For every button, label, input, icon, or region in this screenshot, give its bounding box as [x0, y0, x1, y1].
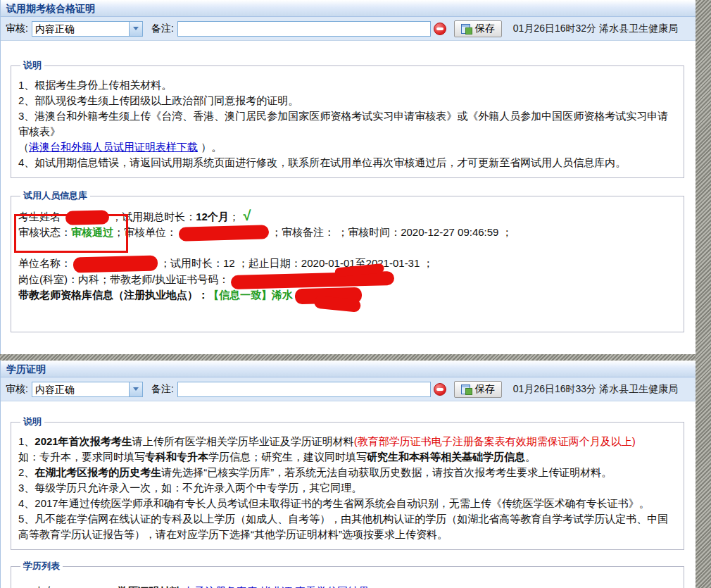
panel-education-certificate: 学历证明 审核: 内容正确 备注: 保存 01月26日16时33分 浠水县卫生健…: [0, 361, 696, 588]
save-button[interactable]: 保存: [454, 20, 502, 37]
check-icon: √: [239, 208, 251, 223]
text-segment: 考生姓名: [18, 211, 63, 223]
redaction-scribble: [231, 271, 394, 289]
text-segment: 请先选择“已核实学历库”，若系统无法自动获取历史数据，请按首次报考考生要求上传证…: [161, 466, 612, 478]
text-segment: 5、凡不能在学信网在线认证的专科及以上学历（如成人、自考等），由其他机构认证的学…: [18, 513, 668, 540]
text-line: 1、根据考生身份上传相关材料。: [18, 77, 677, 93]
text-segment: 审核通过: [71, 226, 113, 238]
text-segment: 2、部队现役考生须上传团级以上政治部门同意报考的证明。: [18, 94, 298, 106]
text-segment: 3、港澳台和外籍考生须上传《台湾、香港、澳门居民参加国家医师资格考试实习申请审核…: [18, 110, 668, 137]
save-icon: [461, 384, 472, 395]
panel-body-probation: 说明 1、根据考生身份上传相关材料。2、部队现役考生须上传团级以上政治部门同意报…: [1, 59, 696, 332]
clear-remark-icon[interactable]: [434, 383, 446, 396]
text-segment: 如：专升本，要求同时填写: [18, 451, 145, 463]
review-timestamp: 01月26日16时33分 浠水县卫生健康局: [513, 383, 678, 396]
text-line: （港澳台和外籍人员试用证明表样下载 ）。: [18, 139, 677, 155]
save-icon: [461, 23, 472, 35]
view-chsi-result-link[interactable]: 查看学信网结果: [295, 585, 369, 588]
text-line: 5、凡不能在学信网在线认证的专科及以上学历（如成人、自考等），由其他机构认证的学…: [18, 511, 677, 542]
panel-header-education: 学历证明: [1, 361, 696, 377]
instructions-fieldset: 说明 1、根据考生身份上传相关材料。2、部队现役考生须上传团级以上政治部门同意报…: [11, 59, 684, 178]
text-segment: ；审核单位：: [113, 226, 177, 238]
panel-title: 试用期考核合格证明: [6, 3, 95, 14]
text-segment: 4、2017年通过传统医学师承和确有专长人员考试但未取得证书的考生省网系统会自动…: [18, 497, 650, 509]
redaction-scribble: [73, 256, 158, 273]
text-line: 如：专升本，要求同时填写专科和专升本学历信息；研究生，建议同时填写研究生和本科等…: [18, 449, 677, 465]
text-line: 考生姓名 ；试用期总时长：12个月； √: [18, 208, 677, 225]
text-segment: 4、如试用期信息错误，请返回试用期系统页面进行修改，联系所在试用单位再次审核通过…: [18, 156, 626, 168]
text-line: 4、2017年通过传统医学师承和确有专长人员考试但未取得证书的考生省网系统会自动…: [18, 496, 677, 511]
save-button[interactable]: 保存: [454, 381, 502, 398]
redaction-scribble: [65, 210, 110, 225]
hmt-foreign-sample-download-link[interactable]: 港澳台和外籍人员试用证明表样下载: [29, 141, 198, 153]
diploma-link[interactable]: 毕业证: [260, 585, 292, 588]
text-line: 2、部队现役考生须上传团级以上政治部门同意报考的证明。: [18, 93, 677, 108]
panel-header-probation: 试用期考核合格证明: [1, 0, 696, 17]
text-line: [18, 240, 677, 256]
instructions-text: 1、2021年首次报考考生请上传所有医学相关学历毕业证及学历证明材料(教育部学历…: [18, 434, 677, 542]
text-segment: 2、: [18, 466, 34, 478]
review-select[interactable]: 内容正确: [32, 21, 143, 37]
panel-probation-certificate: 试用期考核合格证明 审核: 内容正确 备注: 保存 01月26日16时32分 浠…: [0, 0, 696, 354]
text-segment: 在湖北考区报考的历史考生: [34, 466, 161, 478]
text-segment: 研究生和本科等相关基础学历信息: [367, 451, 525, 463]
panel-body-education: 说明 1、2021年首次报考考生请上传所有医学相关学历毕业证及学历证明材料(教育…: [1, 415, 696, 588]
education-list-legend: 学历列表: [20, 560, 63, 573]
certificate-materials: 学历证明材料:电子注册备案表 毕业证 查看学信网结果: [117, 584, 369, 588]
text-segment: 1、根据考生身份上传相关材料。: [18, 79, 172, 91]
text-segment: （: [18, 141, 29, 153]
text-segment: ）。: [198, 141, 222, 153]
text-segment: 学历信息；研究生，建议同时填写: [208, 451, 367, 463]
text-segment: 3、每级学历只允许录入一次，如：不允许录入两个中专学历，其它同理。: [18, 482, 362, 494]
text-line: 1、2021年首次报考考生请上传所有医学相关学历毕业证及学历证明材料(教育部学历…: [18, 434, 677, 449]
review-label: 审核:: [6, 383, 28, 396]
text-segment: 12个月: [196, 211, 229, 223]
text-line: 审核状态：审核通过；审核单位：；审核备注： ；审核时间：2020-12-27 0…: [18, 225, 677, 240]
degree-level: 大专: [34, 584, 117, 588]
save-button-label: 保存: [475, 383, 495, 396]
text-line: 带教老师资格库信息（注册执业地点）：【信息一致】浠水: [18, 287, 677, 304]
chevron-down-icon[interactable]: [129, 382, 142, 396]
text-segment: ；审核备注： ；审核时间：2020-12-27 09:46:59 ；: [271, 226, 512, 238]
remark-input[interactable]: [177, 21, 431, 37]
trainee-info-fieldset: 试用人员信息库 考生姓名 ；试用期总时长：12个月； √审核状态：审核通过；审核…: [11, 189, 684, 332]
text-segment: ；: [229, 211, 239, 223]
text-segment: ；试用期总时长：: [111, 211, 196, 223]
education-list-fieldset: 学历列表 大专 学历证明材料:电子注册备案表 毕业证 查看学信网结果: [11, 560, 684, 588]
remark-label: 备注:: [151, 383, 174, 396]
clear-remark-icon[interactable]: [434, 23, 446, 35]
text-segment: 1、: [18, 435, 34, 447]
text-segment: 学历证明材料:: [117, 585, 184, 588]
panel-title: 学历证明: [6, 363, 46, 375]
text-segment: 。: [525, 451, 536, 463]
remark-input[interactable]: [177, 382, 431, 397]
text-segment: 【信息一致】浠水: [208, 289, 293, 301]
text-segment: 审核状态：: [18, 226, 71, 238]
text-line: 3、港澳台和外籍考生须上传《台湾、香港、澳门居民参加国家医师资格考试实习申请审核…: [18, 108, 677, 139]
toolbar-education: 审核: 内容正确 备注: 保存 01月26日16时33分 浠水县卫生健康局: [1, 377, 696, 401]
redaction-scribble: [179, 225, 269, 241]
text-segment: ；试用时长：12 ；起止日期：2020-01-01至2021-01-31 ；: [160, 257, 433, 269]
hatched-divider: [0, 354, 711, 361]
redaction-scribble: [295, 287, 363, 304]
text-line: 岗位(科室)：内科；带教老师/执业证书号码：: [18, 272, 677, 287]
instructions-fieldset: 说明 1、2021年首次报考考生请上传所有医学相关学历毕业证及学历证明材料(教育…: [11, 415, 684, 550]
toolbar-probation: 审核: 内容正确 备注: 保存 01月26日16时32分 浠水县卫生健康局: [1, 17, 696, 41]
instructions-legend: 说明: [20, 415, 44, 428]
review-label: 审核:: [6, 23, 28, 35]
review-timestamp: 01月26日16时32分 浠水县卫生健康局: [513, 23, 678, 35]
text-segment: 请上传所有医学相关学历毕业证及学历证明材料: [132, 435, 354, 447]
review-select-value: 内容正确: [32, 22, 129, 36]
trainee-info-text: 考生姓名 ；试用期总时长：12个月； √审核状态：审核通过；审核单位：；审核备注…: [18, 208, 677, 304]
text-line: 3、每级学历只允许录入一次，如：不允许录入两个中专学历，其它同理。: [18, 480, 677, 496]
remark-label: 备注:: [151, 23, 174, 35]
instructions-text: 1、根据考生身份上传相关材料。2、部队现役考生须上传团级以上政治部门同意报考的证…: [18, 77, 677, 170]
chevron-down-icon[interactable]: [129, 22, 142, 36]
hatched-right-band: [696, 0, 711, 588]
text-segment: 专科和专升本: [145, 451, 208, 463]
education-row: 大专 学历证明材料:电子注册备案表 毕业证 查看学信网结果: [18, 584, 677, 588]
review-select[interactable]: 内容正确: [32, 382, 143, 397]
text-segment: 2021年首次报考考生: [34, 435, 132, 447]
text-segment: 单位名称：: [18, 257, 71, 269]
e-registration-record-link[interactable]: 电子注册备案表: [184, 585, 258, 588]
